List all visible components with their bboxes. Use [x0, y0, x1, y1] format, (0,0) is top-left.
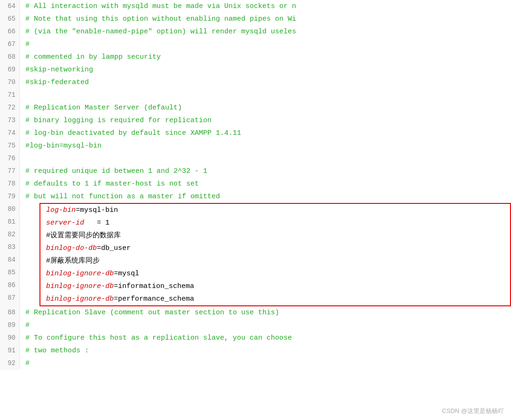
code-lines: 64 # All interaction with mysqld must be… [0, 0, 511, 370]
line-number: 67 [0, 38, 20, 51]
line-content: # log-bin deactivated by default since X… [20, 127, 511, 140]
line-content [20, 89, 511, 101]
line-content: # [20, 38, 511, 51]
line-content: #skip-federated [20, 76, 511, 89]
ln-80: 80 [0, 203, 19, 216]
line-number: 64 [0, 0, 20, 13]
line-number: 77 [0, 165, 20, 178]
line-77: 77 # required unique id between 1 and 2^… [0, 165, 511, 178]
hline-84: #屏蔽系统库同步 [40, 255, 510, 267]
line-content: # Replication Master Server (default) [20, 101, 511, 114]
highlighted-block-wrapper: 80 81 82 83 84 85 86 87 log-bin=mysql-bi… [0, 203, 511, 306]
line-content: # commented in by lampp security [20, 51, 511, 63]
value-binlog-ignore-db-3: =performance_schema [114, 295, 194, 303]
ln-85: 85 [0, 266, 19, 279]
keyword-binlog-ignore-db-2: binlog-ignore-db [46, 282, 114, 290]
value-log-bin: =mysql-bin [76, 206, 118, 214]
ln-87: 87 [0, 292, 19, 304]
line-number: 73 [0, 114, 20, 127]
line-number: 91 [0, 344, 20, 357]
line-content: # (via the "enable-named-pipe" option) w… [20, 25, 511, 38]
comment-82: #设置需要同步的数据库 [46, 232, 121, 240]
comment-84: #屏蔽系统库同步 [46, 257, 100, 265]
line-69: 69 #skip-networking [0, 63, 511, 76]
line-66: 66 # (via the "enable-named-pipe" option… [0, 25, 511, 38]
line-64: 64 # All interaction with mysqld must be… [0, 0, 511, 13]
line-73: 73 # binary logging is required for repl… [0, 114, 511, 127]
line-number: 74 [0, 127, 20, 140]
line-number: 75 [0, 140, 20, 152]
highlight-content: log-bin=mysql-bin server-id = 1 #设置需要同步的… [39, 203, 511, 306]
hline-85: binlog-ignore-db=mysql [40, 267, 510, 280]
line-number: 90 [0, 332, 20, 344]
ln-83: 83 [0, 241, 19, 254]
line-content [20, 152, 511, 165]
line-content: # All interaction with mysqld must be ma… [20, 0, 511, 13]
line-79: 79 # but will not function as a master i… [0, 190, 511, 203]
line-content: #log-bin=mysql-bin [20, 140, 511, 152]
code-editor: 64 # All interaction with mysqld must be… [0, 0, 511, 420]
line-content: # Replication Slave (comment out master … [20, 306, 511, 319]
line-65: 65 # Note that using this option without… [0, 13, 511, 25]
value-server-id: = 1 [84, 219, 110, 227]
ln-86: 86 [0, 279, 19, 292]
line-number: 71 [0, 89, 20, 101]
line-number: 88 [0, 306, 20, 319]
hline-86: binlog-ignore-db=information_schema [40, 280, 510, 293]
keyword-server-id: server-id [46, 219, 84, 227]
line-number: 78 [0, 178, 20, 190]
value-binlog-do-db: =db_user [97, 244, 131, 252]
hline-82: #设置需要同步的数据库 [40, 229, 510, 242]
line-content: # binary logging is required for replica… [20, 114, 511, 127]
line-content: #skip-networking [20, 63, 511, 76]
keyword-log-bin: log-bin [46, 206, 76, 214]
line-88: 88 # Replication Slave (comment out mast… [0, 306, 511, 319]
line-number: 92 [0, 357, 20, 370]
line-content: # two methods : [20, 344, 511, 357]
line-90: 90 # To configure this host as a replica… [0, 332, 511, 344]
line-number: 65 [0, 13, 20, 25]
watermark: CSDN @这里是杨杨吖 [442, 407, 504, 415]
hline-87: binlog-ignore-db=performance_schema [40, 293, 510, 305]
value-binlog-ignore-db-2: =information_schema [114, 282, 194, 290]
line-number: 68 [0, 51, 20, 63]
keyword-binlog-ignore-db-1: binlog-ignore-db [46, 270, 114, 278]
line-number: 76 [0, 152, 20, 165]
hline-83: binlog-do-db=db_user [40, 242, 510, 255]
line-number: 89 [0, 319, 20, 332]
value-binlog-ignore-db-1: =mysql [114, 270, 139, 278]
line-number: 79 [0, 190, 20, 203]
ln-82: 82 [0, 228, 19, 241]
line-89: 89 # [0, 319, 511, 332]
line-content: # defaults to 1 if master-host is not se… [20, 178, 511, 190]
line-75: 75 #log-bin=mysql-bin [0, 140, 511, 152]
line-blank-76: 76 [0, 152, 511, 165]
line-content: # [20, 357, 511, 370]
line-91: 91 # two methods : [0, 344, 511, 357]
line-74: 74 # log-bin deactivated by default sinc… [0, 127, 511, 140]
line-content: # To configure this host as a replicatio… [20, 332, 511, 344]
line-number: 70 [0, 76, 20, 89]
keyword-binlog-do-db: binlog-do-db [46, 244, 97, 252]
line-92: 92 # [0, 357, 511, 370]
line-content: # Note that using this option without en… [20, 13, 511, 25]
line-number: 72 [0, 101, 20, 114]
line-68: 68 # commented in by lampp security [0, 51, 511, 63]
line-67: 67 # [0, 38, 511, 51]
hline-80: log-bin=mysql-bin [40, 204, 510, 217]
line-72: 72 # Replication Master Server (default) [0, 101, 511, 114]
line-content: # [20, 319, 511, 332]
ln-81: 81 [0, 216, 19, 228]
line-70: 70 #skip-federated [0, 76, 511, 89]
keyword-binlog-ignore-db-3: binlog-ignore-db [46, 295, 114, 303]
line-number: 66 [0, 25, 20, 38]
line-blank-71: 71 [0, 89, 511, 101]
line-78: 78 # defaults to 1 if master-host is not… [0, 178, 511, 190]
ln-84: 84 [0, 254, 19, 266]
line-number: 69 [0, 63, 20, 76]
line-content: # but will not function as a master if o… [20, 190, 511, 203]
highlight-line-numbers: 80 81 82 83 84 85 86 87 [0, 203, 20, 306]
hline-81: server-id = 1 [40, 217, 510, 229]
line-content: # required unique id between 1 and 2^32 … [20, 165, 511, 178]
